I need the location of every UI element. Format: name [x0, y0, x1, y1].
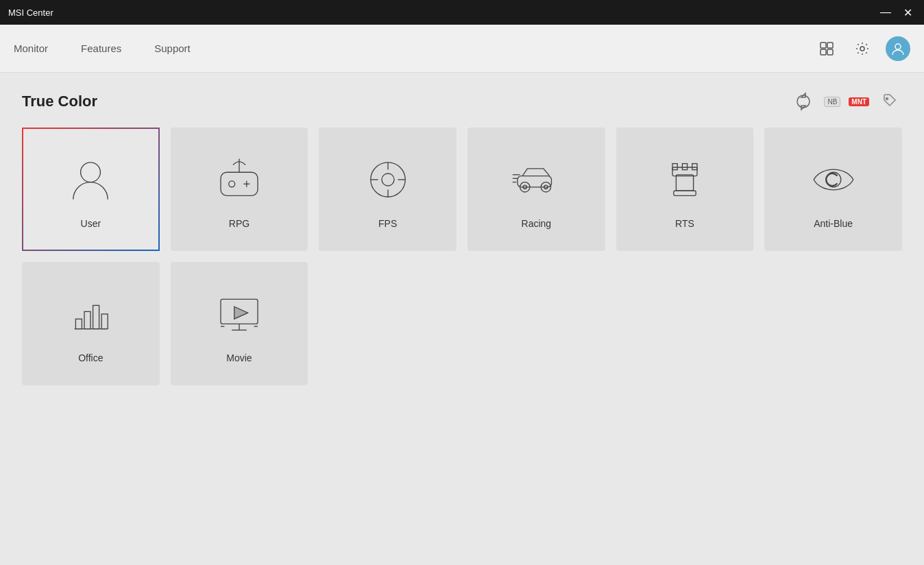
title-bar: MSI Center — ✕ [0, 0, 924, 25]
svg-point-5 [895, 44, 901, 49]
cards-row1: User RPG [22, 128, 902, 251]
nb-label: NB [824, 97, 840, 107]
settings-icon-button[interactable] [850, 36, 875, 61]
fps-icon [361, 152, 415, 207]
svg-rect-36 [84, 311, 90, 328]
tag-icon-button[interactable] [877, 89, 902, 114]
settings-icon [855, 41, 870, 56]
anti-blue-icon [806, 152, 861, 207]
tag-icon [882, 93, 898, 110]
svg-rect-32 [692, 164, 697, 170]
svg-rect-35 [76, 319, 82, 328]
sync-icon-button[interactable] [791, 89, 816, 114]
office-icon [63, 287, 118, 341]
card-office[interactable]: Office [22, 262, 160, 385]
header-icons: NB MNT [791, 89, 902, 114]
cards-row2: Office Movie [22, 262, 902, 385]
svg-marker-40 [234, 306, 248, 319]
tab-support[interactable]: Support [154, 37, 191, 60]
card-racing[interactable]: Racing [467, 128, 605, 251]
svg-rect-30 [672, 164, 677, 170]
card-office-label: Office [78, 352, 103, 363]
svg-rect-28 [676, 175, 693, 191]
movie-icon [212, 287, 267, 341]
svg-point-9 [229, 181, 235, 187]
nb-badge: NB [824, 97, 840, 107]
svg-rect-2 [820, 49, 826, 55]
main-content: True Color NB MNT [0, 73, 924, 565]
grid-icon-button[interactable] [814, 36, 839, 61]
svg-point-14 [382, 173, 394, 186]
svg-point-4 [860, 47, 864, 51]
rpg-icon [212, 152, 267, 207]
avatar[interactable] [886, 36, 910, 61]
card-movie[interactable]: Movie [171, 262, 308, 385]
card-anti-blue-label: Anti-Blue [814, 218, 853, 229]
racing-icon [509, 152, 563, 207]
svg-rect-31 [682, 164, 687, 170]
svg-rect-0 [820, 43, 826, 48]
close-button[interactable]: ✕ [899, 4, 916, 21]
svg-rect-27 [674, 191, 696, 195]
nav-bar: Monitor Features Support [0, 25, 924, 73]
card-fps-label: FPS [378, 218, 397, 229]
card-user-label: User [81, 218, 101, 229]
tab-features[interactable]: Features [81, 37, 121, 60]
nav-tabs: Monitor Features Support [14, 37, 191, 60]
grid-icon [819, 41, 834, 56]
card-fps[interactable]: FPS [319, 128, 457, 251]
minimize-button[interactable]: — [877, 4, 894, 21]
tab-monitor[interactable]: Monitor [14, 37, 48, 60]
user-icon [63, 152, 118, 207]
section-header: True Color NB MNT [22, 89, 902, 114]
card-movie-label: Movie [226, 352, 252, 363]
svg-rect-38 [102, 314, 108, 329]
rts-icon [657, 152, 712, 207]
card-rts[interactable]: RTS [616, 128, 754, 251]
svg-rect-1 [827, 43, 833, 48]
card-rpg[interactable]: RPG [171, 128, 308, 251]
card-user[interactable]: User [22, 128, 160, 251]
nav-right [814, 36, 910, 61]
sync-icon [794, 92, 813, 111]
card-racing-label: Racing [522, 218, 552, 229]
title-bar-controls: — ✕ [877, 4, 916, 21]
avatar-icon [890, 41, 905, 56]
card-anti-blue[interactable]: Anti-Blue [764, 128, 902, 251]
title-bar-left: MSI Center [8, 8, 53, 18]
section-title: True Color [22, 93, 97, 110]
app-title: MSI Center [8, 8, 53, 18]
card-rpg-label: RPG [229, 218, 250, 229]
svg-rect-3 [827, 49, 833, 55]
mnt-badge: MNT [849, 97, 869, 106]
svg-rect-8 [221, 172, 258, 195]
svg-point-6 [886, 98, 888, 100]
card-rts-label: RTS [675, 218, 694, 229]
mnt-label: MNT [849, 97, 869, 106]
svg-rect-37 [93, 305, 99, 328]
svg-point-7 [81, 163, 101, 182]
